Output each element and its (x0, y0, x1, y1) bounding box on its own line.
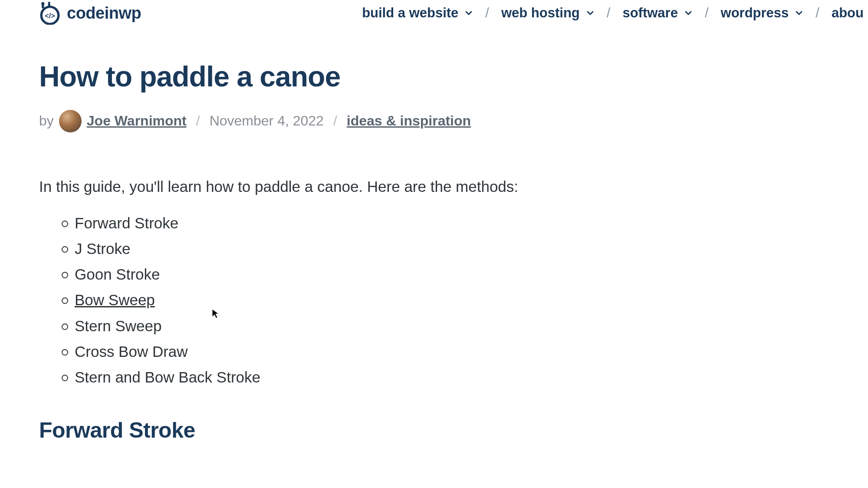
list-item: Goon Stroke (75, 264, 608, 284)
nav-label: web hosting (501, 5, 580, 21)
article-meta: by Joe Warnimont / November 4, 2022 / id… (39, 110, 608, 132)
list-item-label: Stern and Bow Back Stroke (75, 369, 260, 386)
nav-label: build a website (362, 5, 458, 21)
nav-label: software (622, 5, 677, 21)
chevron-down-icon (684, 5, 693, 21)
avatar (59, 110, 82, 132)
primary-nav: build a website / web hosting / software… (358, 5, 868, 21)
logo-link[interactable]: </> codeinwp (38, 1, 141, 25)
nav-about[interactable]: abou (827, 5, 868, 21)
chevron-down-icon (586, 5, 595, 21)
list-item: Stern and Bow Back Stroke (75, 367, 608, 387)
list-item[interactable]: Bow Sweep (75, 290, 608, 310)
site-header: </> codeinwp build a website / web hosti… (0, 0, 868, 26)
intro-paragraph: In this guide, you'll learn how to paddl… (39, 176, 608, 197)
nav-wordpress[interactable]: wordpress (717, 5, 808, 21)
section-heading: Forward Stroke (39, 418, 608, 443)
logo-text: codeinwp (67, 4, 141, 23)
list-item-label: Goon Stroke (75, 266, 160, 283)
list-item-label: Cross Bow Draw (75, 343, 188, 360)
meta-separator: / (329, 113, 342, 129)
list-item: J Stroke (75, 238, 608, 259)
chevron-down-icon (795, 5, 803, 21)
svg-text:</>: </> (45, 12, 55, 20)
logo-icon: </> (38, 1, 62, 25)
svg-rect-2 (42, 4, 44, 8)
meta-separator: / (192, 113, 204, 129)
nav-web-hosting[interactable]: web hosting (497, 5, 599, 21)
list-item: Cross Bow Draw (75, 341, 608, 362)
author-link[interactable]: Joe Warnimont (87, 113, 187, 129)
nav-software[interactable]: software (618, 5, 697, 21)
nav-label: abou (832, 5, 864, 21)
list-item: Stern Sweep (75, 316, 608, 336)
nav-label: wordpress (721, 5, 789, 21)
page-title: How to paddle a canoe (39, 61, 608, 92)
publish-date: November 4, 2022 (210, 113, 324, 129)
category-link[interactable]: ideas & inspiration (347, 113, 471, 129)
methods-list: Forward Stroke J Stroke Goon Stroke Bow … (39, 213, 608, 388)
nav-build-a-website[interactable]: build a website (358, 5, 477, 21)
list-item-label: J Stroke (75, 240, 130, 257)
list-item: Forward Stroke (75, 213, 608, 233)
nav-separator: / (697, 5, 717, 21)
by-label: by (39, 113, 54, 129)
nav-separator: / (599, 5, 618, 21)
list-item-label: Stern Sweep (75, 317, 161, 334)
article-main: How to paddle a canoe by Joe Warnimont /… (0, 26, 608, 443)
list-item-label: Forward Stroke (75, 214, 178, 231)
chevron-down-icon (464, 5, 473, 21)
nav-separator: / (477, 5, 497, 21)
nav-separator: / (808, 5, 827, 21)
list-item-label: Bow Sweep (75, 291, 155, 308)
